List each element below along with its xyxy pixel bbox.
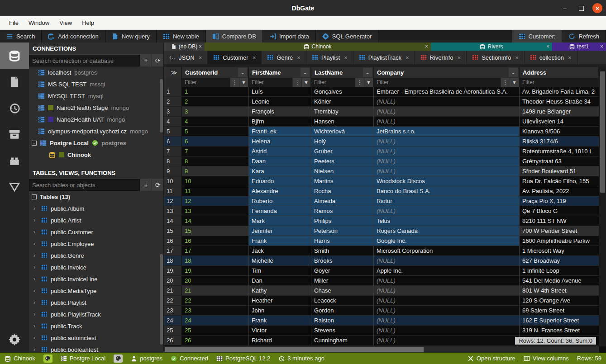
grid-cell[interactable]: 5: [182, 127, 249, 137]
chevron-down-icon[interactable]: ⌄: [238, 68, 247, 77]
grid-cell[interactable]: JetBrains s.r.o.: [374, 127, 520, 137]
toolbar-button-compare-db[interactable]: Compare DB: [206, 30, 263, 43]
grid-cell[interactable]: Daan: [249, 156, 311, 166]
grid-cell[interactable]: 4: [182, 117, 249, 127]
close-icon[interactable]: ×: [425, 43, 428, 50]
status-rows-59[interactable]: Rows: 59: [577, 355, 601, 362]
grid-cell[interactable]: 19: [182, 266, 249, 276]
close-icon[interactable]: ×: [515, 54, 519, 61]
grid-cell[interactable]: Kathy: [249, 286, 311, 296]
grid-cell[interactable]: (NULL): [374, 306, 520, 316]
grid-vertical-scrollbar[interactable]: [599, 67, 606, 346]
grid-cell[interactable]: 15: [182, 226, 249, 236]
grid-cell[interactable]: Ramos: [311, 206, 374, 216]
row-number[interactable]: 18: [164, 256, 182, 266]
status-chinook[interactable]: Chinook: [5, 355, 35, 362]
grid-cell[interactable]: Woodstock Discos: [374, 176, 520, 186]
grid-cell[interactable]: Helena: [249, 137, 311, 147]
connection-item[interactable]: Nano2Health Stage mongo: [29, 102, 163, 113]
chevron-down-icon[interactable]: ⌄: [509, 68, 518, 77]
grid-cell[interactable]: 1 Microsoft Way: [520, 246, 599, 256]
grid-cell[interactable]: Jack: [249, 246, 311, 256]
grid-cell[interactable]: 6: [182, 137, 249, 147]
funnel-icon[interactable]: ▼: [510, 78, 519, 87]
grid-cell[interactable]: 7: [182, 147, 249, 156]
connection-item[interactable]: Chinook: [29, 149, 163, 161]
grid-cell[interactable]: 120 S Orange Ave: [520, 296, 599, 306]
table-item[interactable]: › public.Invoice: [29, 261, 163, 273]
grid-cell[interactable]: John: [249, 306, 311, 316]
grid-cell[interactable]: Rotenturmstraße 4, 1010 I: [520, 147, 599, 156]
connection-item[interactable]: MS SQL TEST mssql: [29, 78, 163, 90]
row-number[interactable]: 6: [164, 137, 182, 147]
close-icon[interactable]: ×: [406, 54, 409, 61]
grid-cell[interactable]: 541 Del Medio Avenue: [520, 276, 599, 286]
grid-cell[interactable]: Embraer - Empresa Brasileira de Aeronáut…: [374, 87, 520, 97]
menu-window[interactable]: Window: [24, 18, 54, 28]
filter-input-company[interactable]: [374, 78, 501, 87]
tables-refresh-button[interactable]: ⟳: [152, 179, 163, 191]
grid-cell[interactable]: Av. Paulista, 2022: [520, 186, 599, 196]
grid-cell[interactable]: Eduardo: [249, 176, 311, 186]
collapse-icon[interactable]: −: [32, 141, 37, 146]
filter-menu-icon[interactable]: ⋮: [292, 78, 301, 87]
grid-cell[interactable]: (NULL): [374, 286, 520, 296]
grid-cell[interactable]: 1 Infinite Loop: [520, 266, 599, 276]
close-icon[interactable]: ×: [600, 43, 603, 50]
table-item[interactable]: › public.Genre: [29, 250, 163, 261]
table-item[interactable]: › public.InvoiceLine: [29, 273, 163, 285]
grid-cell[interactable]: (NULL): [374, 276, 520, 286]
tables-group[interactable]: − Tables (13): [29, 191, 163, 203]
chevron-right-icon[interactable]: ›: [33, 276, 38, 282]
grid-cell[interactable]: Almeida: [311, 196, 374, 206]
row-number[interactable]: 7: [164, 147, 182, 156]
funnel-icon[interactable]: ▼: [301, 78, 310, 87]
row-number[interactable]: 12: [164, 196, 182, 206]
tab-genre[interactable]: Genre ×: [262, 51, 306, 64]
grid-cell[interactable]: Grétrystraat 63: [520, 156, 599, 166]
row-number[interactable]: 9: [164, 166, 182, 176]
grid-cell[interactable]: Banco do Brasil S.A.: [374, 186, 520, 196]
grid-cell[interactable]: 24: [182, 316, 249, 326]
filter-menu-icon[interactable]: ⋮: [355, 78, 364, 87]
status-3-minutes-ago[interactable]: 3 minutes ago: [278, 355, 324, 362]
row-number[interactable]: 4: [164, 117, 182, 127]
maximize-button[interactable]: [576, 3, 586, 13]
grid-cell[interactable]: Alexandre: [249, 186, 311, 196]
sidebar-gear-icon[interactable]: [0, 326, 29, 353]
connection-item[interactable]: − Postgre Local postgres: [29, 137, 163, 149]
table-item[interactable]: › public.Playlist: [29, 297, 163, 308]
grid-cell[interactable]: Holý: [311, 137, 374, 147]
close-icon[interactable]: ×: [253, 54, 256, 61]
grid-cell[interactable]: Jennifer: [249, 226, 311, 236]
row-number[interactable]: 19: [164, 266, 182, 276]
grid-cell[interactable]: Heather: [249, 296, 311, 306]
grid-cell[interactable]: (NULL): [374, 316, 520, 326]
grid-cell[interactable]: 1498 rue Bélanger: [520, 107, 599, 117]
toolbar-button-search[interactable]: Search: [0, 30, 42, 43]
grid-cell[interactable]: 162 E Superior Street: [520, 316, 599, 326]
grid-cell[interactable]: 16: [182, 236, 249, 246]
close-icon[interactable]: ×: [297, 54, 301, 61]
table-item[interactable]: › public.Album: [29, 203, 163, 214]
row-number[interactable]: 24: [164, 316, 182, 326]
grid-cell[interactable]: Gonçalves: [311, 87, 374, 97]
sidebar-history-icon[interactable]: [0, 95, 29, 121]
toolbar-button-new-table[interactable]: New table: [157, 30, 206, 43]
chevron-right-icon[interactable]: ›: [33, 205, 38, 212]
column-header-customerid[interactable]: CustomerId⌄: [182, 67, 249, 78]
grid-cell[interactable]: 12: [182, 196, 249, 206]
table-item[interactable]: › public.Artist: [29, 214, 163, 226]
status-badge[interactable]: [114, 355, 123, 363]
grid-cell[interactable]: Rilská 3174/6: [520, 137, 599, 147]
grid-cell[interactable]: Cunningham: [311, 336, 374, 345]
grid-cell[interactable]: Peeters: [311, 156, 374, 166]
grid-cell[interactable]: Leacock: [311, 296, 374, 306]
grid-cell[interactable]: Leonie: [249, 97, 311, 107]
row-number[interactable]: 5: [164, 127, 182, 137]
status-open-structure[interactable]: Open structure: [468, 355, 515, 362]
grid-cell[interactable]: Stevens: [311, 326, 374, 336]
grid-cell[interactable]: Goyer: [311, 266, 374, 276]
grid-cell[interactable]: Kara: [249, 166, 311, 176]
funnel-icon[interactable]: ▼: [364, 78, 373, 87]
